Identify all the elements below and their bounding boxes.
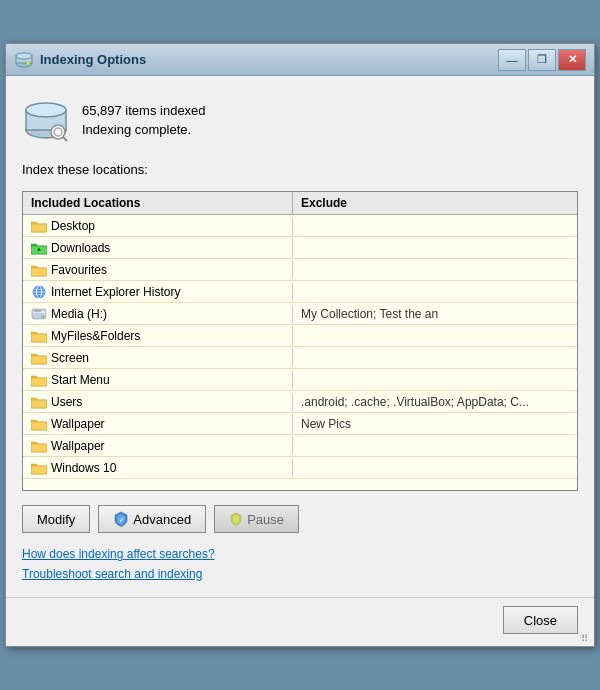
cell-location: Users bbox=[23, 393, 293, 411]
col-header-exclude: Exclude bbox=[293, 192, 577, 214]
cell-location: Internet Explorer History bbox=[23, 283, 293, 301]
location-name: Screen bbox=[51, 351, 89, 365]
links-section: How does indexing affect searches? Troub… bbox=[22, 547, 578, 581]
advanced-button[interactable]: ✓ Advanced bbox=[98, 505, 206, 533]
location-name: MyFiles&Folders bbox=[51, 329, 140, 343]
cell-location: Wallpaper bbox=[23, 437, 293, 455]
cell-location: Media (H:) bbox=[23, 305, 293, 323]
svg-point-7 bbox=[51, 125, 65, 139]
cell-location: MyFiles&Folders bbox=[23, 327, 293, 345]
svg-rect-13 bbox=[31, 268, 47, 276]
location-name: Internet Explorer History bbox=[51, 285, 180, 299]
table-row[interactable]: Desktop bbox=[23, 215, 577, 237]
how-indexing-link[interactable]: How does indexing affect searches? bbox=[22, 547, 578, 561]
table-row[interactable]: MyFiles&Folders bbox=[23, 325, 577, 347]
cell-exclude bbox=[293, 224, 577, 228]
title-bar: Indexing Options — ❐ ✕ bbox=[6, 44, 594, 76]
folder-icon bbox=[31, 219, 47, 233]
cell-exclude bbox=[293, 466, 577, 470]
restore-button[interactable]: ❐ bbox=[528, 49, 556, 71]
table-body: Desktop Downloads Favourites bbox=[23, 215, 577, 490]
cell-exclude bbox=[293, 444, 577, 448]
cell-exclude: .android; .cache; .VirtualBox; AppData; … bbox=[293, 393, 577, 411]
cell-exclude bbox=[293, 246, 577, 250]
table-header: Included Locations Exclude bbox=[23, 192, 577, 215]
folder-icon bbox=[31, 439, 47, 453]
minimize-button[interactable]: — bbox=[498, 49, 526, 71]
table-row[interactable]: Internet Explorer History bbox=[23, 281, 577, 303]
table-row[interactable]: Screen bbox=[23, 347, 577, 369]
location-name: Desktop bbox=[51, 219, 95, 233]
table-row[interactable]: Wallpaper New Pics bbox=[23, 413, 577, 435]
folder-icon bbox=[31, 263, 47, 277]
shield-icon: ✓ bbox=[113, 511, 129, 527]
location-name: Downloads bbox=[51, 241, 110, 255]
main-content: 65,897 items indexed Indexing complete. … bbox=[6, 76, 594, 597]
folder-icon bbox=[31, 329, 47, 343]
cell-location: Wallpaper bbox=[23, 415, 293, 433]
svg-rect-23 bbox=[31, 334, 47, 342]
table-row[interactable]: Users .android; .cache; .VirtualBox; App… bbox=[23, 391, 577, 413]
svg-rect-24 bbox=[31, 356, 47, 364]
table-row[interactable]: Wallpaper bbox=[23, 435, 577, 457]
cell-location: Screen bbox=[23, 349, 293, 367]
location-name: Media (H:) bbox=[51, 307, 107, 321]
svg-rect-27 bbox=[31, 422, 47, 430]
modify-button[interactable]: Modify bbox=[22, 505, 90, 533]
status-text: 65,897 items indexed Indexing complete. bbox=[82, 103, 206, 137]
location-name: Windows 10 bbox=[51, 461, 116, 475]
footer: Close bbox=[6, 597, 594, 646]
table-row[interactable]: Windows 10 bbox=[23, 457, 577, 479]
location-name: Wallpaper bbox=[51, 417, 105, 431]
close-window-button[interactable]: ✕ bbox=[558, 49, 586, 71]
svg-rect-29 bbox=[31, 466, 47, 474]
buttons-row: Modify ✓ Advanced Pause bbox=[22, 501, 578, 537]
cell-exclude: My Collection; Test the an bbox=[293, 305, 577, 323]
svg-point-21 bbox=[42, 315, 45, 318]
svg-rect-10 bbox=[31, 224, 47, 232]
svg-point-2 bbox=[16, 53, 32, 59]
svg-text:✓: ✓ bbox=[119, 517, 124, 523]
svg-rect-26 bbox=[31, 400, 47, 408]
table-row[interactable]: Downloads bbox=[23, 237, 577, 259]
location-name: Start Menu bbox=[51, 373, 110, 387]
svg-point-6 bbox=[26, 103, 66, 117]
cell-exclude bbox=[293, 356, 577, 360]
table-row[interactable]: Start Menu bbox=[23, 369, 577, 391]
table-row[interactable]: Media (H:) My Collection; Test the an bbox=[23, 303, 577, 325]
pause-button[interactable]: Pause bbox=[214, 505, 299, 533]
svg-rect-28 bbox=[31, 444, 47, 452]
cell-location: Downloads bbox=[23, 239, 293, 257]
location-name: Users bbox=[51, 395, 82, 409]
svg-rect-25 bbox=[31, 378, 47, 386]
cell-exclude bbox=[293, 334, 577, 338]
indexing-status: Indexing complete. bbox=[82, 122, 206, 137]
close-button[interactable]: Close bbox=[503, 606, 578, 634]
window-controls: — ❐ ✕ bbox=[498, 49, 586, 71]
folder-icon bbox=[31, 373, 47, 387]
index-label: Index these locations: bbox=[22, 158, 578, 181]
ie-icon bbox=[31, 285, 47, 299]
window-icon bbox=[14, 50, 34, 70]
locations-table: Included Locations Exclude Desktop bbox=[22, 191, 578, 491]
cell-location: Start Menu bbox=[23, 371, 293, 389]
table-row[interactable]: Favourites bbox=[23, 259, 577, 281]
cell-location: Desktop bbox=[23, 217, 293, 235]
folder-icon bbox=[31, 417, 47, 431]
troubleshoot-link[interactable]: Troubleshoot search and indexing bbox=[22, 567, 578, 581]
indexing-options-window: Indexing Options — ❐ ✕ bbox=[5, 43, 595, 647]
cell-exclude bbox=[293, 290, 577, 294]
cell-location: Favourites bbox=[23, 261, 293, 279]
hdd-icon bbox=[22, 96, 70, 144]
cell-exclude: New Pics bbox=[293, 415, 577, 433]
folder-icon bbox=[31, 351, 47, 365]
col-header-included: Included Locations bbox=[23, 192, 293, 214]
svg-rect-22 bbox=[34, 310, 41, 311]
resize-grip[interactable]: ⠿ bbox=[581, 633, 593, 645]
cell-location: Windows 10 bbox=[23, 459, 293, 477]
drive-icon bbox=[31, 307, 47, 321]
items-count: 65,897 items indexed bbox=[82, 103, 206, 118]
cell-exclude bbox=[293, 268, 577, 272]
svg-point-3 bbox=[27, 61, 30, 64]
pause-shield-icon bbox=[229, 512, 243, 526]
